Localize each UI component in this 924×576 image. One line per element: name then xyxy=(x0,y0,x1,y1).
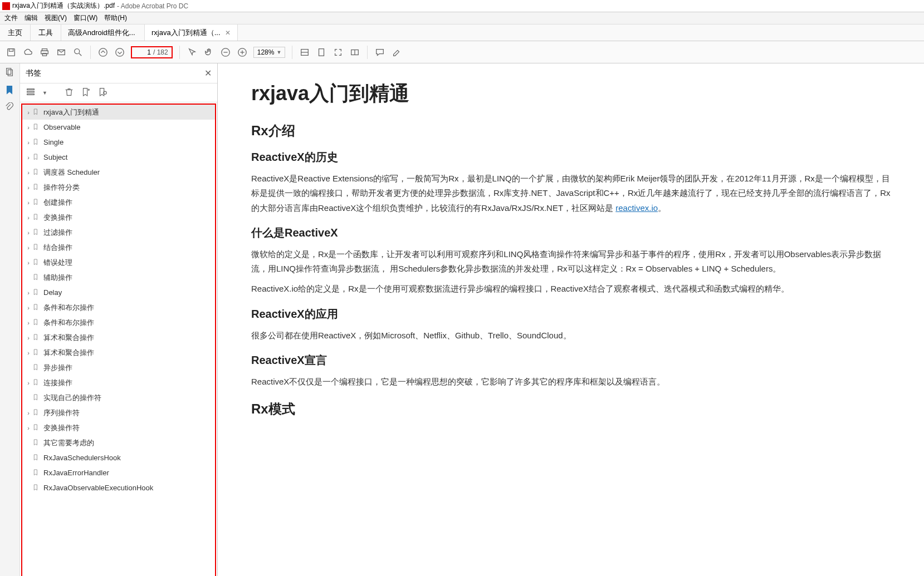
bookmark-item[interactable]: ›操作符分类 xyxy=(22,180,215,195)
bookmark-item[interactable]: ›变换操作 xyxy=(22,210,215,225)
chevron-right-icon[interactable]: › xyxy=(25,244,32,251)
page-down-icon[interactable] xyxy=(114,47,125,58)
bookmarks-icon[interactable] xyxy=(4,85,16,96)
page-current-input[interactable] xyxy=(135,48,151,56)
bookmark-item[interactable]: ›辅助操作 xyxy=(22,270,215,285)
bookmark-item[interactable]: ›过滤操作 xyxy=(22,225,215,240)
chevron-right-icon[interactable]: › xyxy=(25,410,32,416)
bookmark-item[interactable]: ›条件和布尔操作 xyxy=(22,315,215,330)
zoom-select[interactable]: 128% ▼ xyxy=(253,47,286,58)
chevron-right-icon[interactable]: › xyxy=(25,334,32,341)
bookmark-item[interactable]: ›其它需要考虑的 xyxy=(22,435,215,450)
bookmark-label: 条件和布尔操作 xyxy=(43,303,94,313)
doc-tab-1[interactable]: 高级Android组件化... xyxy=(61,24,145,41)
bookmark-icon xyxy=(32,123,41,132)
bookmark-item[interactable]: ›实现自己的操作符 xyxy=(22,390,215,405)
bookmark-item[interactable]: ›调度器 Scheduler xyxy=(22,165,215,180)
save-icon[interactable] xyxy=(6,47,17,58)
bookmark-item[interactable]: ›rxjava入门到精通 xyxy=(22,105,215,120)
chevron-right-icon[interactable]: › xyxy=(25,184,32,191)
bookmark-item[interactable]: ›算术和聚合操作 xyxy=(22,330,215,345)
bookmark-item[interactable]: ›RxJavaObservableExecutionHook xyxy=(22,480,215,495)
close-panel-icon[interactable]: ✕ xyxy=(204,68,212,78)
chevron-right-icon[interactable]: › xyxy=(25,425,32,431)
fullscreen-icon[interactable] xyxy=(333,47,344,58)
bookmark-item[interactable]: ›异步操作 xyxy=(22,360,215,375)
chevron-right-icon[interactable]: › xyxy=(25,289,32,296)
delete-icon[interactable] xyxy=(64,87,74,99)
zoom-out-icon[interactable] xyxy=(220,47,231,58)
chevron-right-icon[interactable]: › xyxy=(25,109,32,116)
dropdown-caret-icon[interactable]: ▼ xyxy=(42,90,47,96)
search-icon[interactable] xyxy=(72,47,84,58)
bookmark-item[interactable]: ›条件和布尔操作 xyxy=(22,300,215,315)
chevron-right-icon[interactable]: › xyxy=(25,349,32,356)
document-viewport[interactable]: rxjava入门到精通 Rx介绍 ReactiveX的历史 ReactiveX是… xyxy=(218,63,924,576)
title-bar: rxjava入门到精通（实战演练）.pdf - Adobe Acrobat Pr… xyxy=(0,0,924,12)
chevron-right-icon[interactable]: › xyxy=(25,139,32,146)
pointer-icon[interactable] xyxy=(187,47,198,58)
fit-width-icon[interactable] xyxy=(299,47,310,58)
bookmark-icon xyxy=(32,408,41,417)
fit-one-page-icon[interactable] xyxy=(316,47,327,58)
tab-tools[interactable]: 工具 xyxy=(31,24,61,41)
menu-help[interactable]: 帮助(H) xyxy=(104,13,127,23)
bookmarks-panel: 书签 ✕ ▼ ›rxjava入门到精通›Observable›Single›Su… xyxy=(20,63,218,576)
close-icon[interactable]: ✕ xyxy=(225,29,231,37)
mail-icon[interactable] xyxy=(56,47,67,58)
chevron-right-icon[interactable]: › xyxy=(25,319,32,326)
bookmark-item[interactable]: ›Observable xyxy=(22,120,215,135)
bookmark-item[interactable]: ›Single xyxy=(22,135,215,150)
bookmark-item[interactable]: ›结合操作 xyxy=(22,240,215,255)
bookmark-label: 异步操作 xyxy=(43,363,72,373)
menu-file[interactable]: 文件 xyxy=(4,13,18,23)
bookmark-item[interactable]: ›算术和聚合操作 xyxy=(22,345,215,360)
svg-rect-16 xyxy=(319,48,324,56)
bookmark-label: 结合操作 xyxy=(43,243,72,253)
bookmark-item[interactable]: ›错误处理 xyxy=(22,255,215,270)
find-bookmark-icon[interactable] xyxy=(97,87,107,99)
bookmarks-toolbar: ▼ xyxy=(20,83,217,102)
chevron-right-icon[interactable]: › xyxy=(25,214,32,221)
doc-tab-2[interactable]: rxjava入门到精通（... ✕ xyxy=(145,24,238,41)
chevron-right-icon[interactable]: › xyxy=(25,124,32,131)
page-up-icon[interactable] xyxy=(97,47,109,58)
chevron-right-icon[interactable]: › xyxy=(25,169,32,176)
chevron-right-icon[interactable]: › xyxy=(25,199,32,206)
menu-edit[interactable]: 编辑 xyxy=(25,13,38,23)
bookmark-item[interactable]: ›Delay xyxy=(22,285,215,300)
new-bookmark-icon[interactable] xyxy=(81,87,91,99)
chevron-right-icon[interactable]: › xyxy=(25,154,32,161)
bookmark-icon xyxy=(32,168,41,177)
options-icon[interactable] xyxy=(26,87,36,99)
toolbar: / 182 128% ▼ xyxy=(0,41,924,63)
read-mode-icon[interactable] xyxy=(349,47,360,58)
doc-h3-manifesto: ReactiveX宣言 xyxy=(251,353,891,368)
print-icon[interactable] xyxy=(39,47,50,58)
link-reactivex[interactable]: reactivex.io xyxy=(615,203,658,213)
menu-view[interactable]: 视图(V) xyxy=(45,13,67,23)
bookmark-icon xyxy=(32,183,41,192)
hand-icon[interactable] xyxy=(203,47,214,58)
attachments-icon[interactable] xyxy=(4,102,16,114)
bookmark-item[interactable]: ›序列操作符 xyxy=(22,405,215,420)
comment-icon[interactable] xyxy=(374,47,385,58)
bookmark-icon xyxy=(32,424,41,432)
bookmark-item[interactable]: ›连接操作 xyxy=(22,375,215,390)
chevron-right-icon[interactable]: › xyxy=(25,259,32,266)
chevron-right-icon[interactable]: › xyxy=(25,380,32,386)
bookmark-item[interactable]: ›创建操作 xyxy=(22,195,215,210)
bookmark-item[interactable]: ›RxJavaErrorHandler xyxy=(22,465,215,480)
zoom-in-icon[interactable] xyxy=(237,47,248,58)
cloud-icon[interactable] xyxy=(22,47,33,58)
highlight-icon[interactable] xyxy=(391,47,402,58)
bookmark-item[interactable]: ›变换操作符 xyxy=(22,420,215,435)
bookmark-item[interactable]: ›Subject xyxy=(22,150,215,165)
tab-home[interactable]: 主页 xyxy=(0,24,31,41)
bookmark-item[interactable]: ›RxJavaSchedulersHook xyxy=(22,450,215,465)
bookmarks-list[interactable]: ›rxjava入门到精通›Observable›Single›Subject›调… xyxy=(21,104,216,576)
menu-window[interactable]: 窗口(W) xyxy=(74,13,97,23)
chevron-right-icon[interactable]: › xyxy=(25,229,32,236)
thumbnails-icon[interactable] xyxy=(4,67,16,78)
chevron-right-icon[interactable]: › xyxy=(25,304,32,311)
